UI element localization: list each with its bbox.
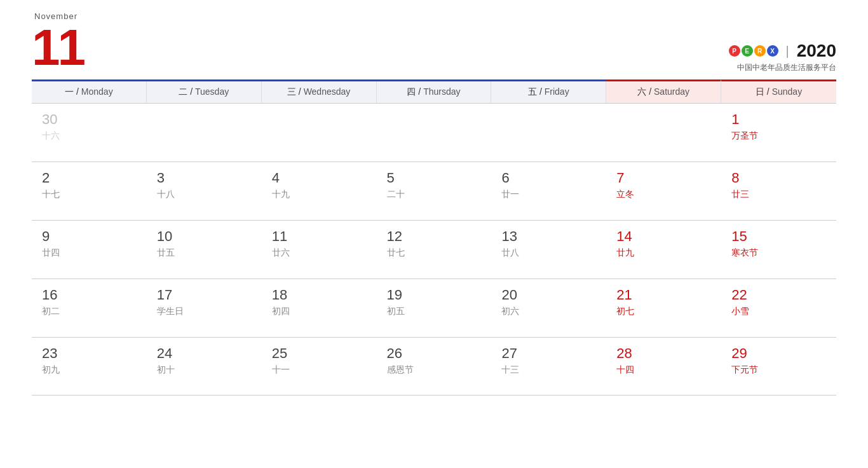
cell-day: 15 [731, 228, 747, 245]
weekday-cell-saturday: 六 / Saturday [606, 79, 721, 103]
cell-lunar: 初六 [501, 306, 519, 317]
cell-day: 30 [42, 111, 57, 128]
weekday-header: 一 / Monday二 / Tuesday三 / Wednesday四 / Th… [32, 79, 836, 103]
cell-lunar: 万圣节 [731, 130, 758, 142]
brand-subtitle: 中国中老年品质生活服务平台 [737, 62, 836, 73]
cell-lunar: 学生日 [157, 306, 184, 317]
cell-lunar: 初九 [42, 364, 60, 376]
calendar-cell: 27十三 [491, 338, 606, 395]
calendar-cell: 2十七 [32, 162, 147, 220]
cell-day: 17 [157, 287, 172, 303]
calendar-cell: 19初五 [377, 279, 492, 337]
logo-p: P [729, 45, 740, 57]
weekday-en: Thursday [423, 86, 460, 97]
cell-day: 9 [42, 228, 50, 245]
cell-lunar: 十七 [42, 189, 60, 200]
month-date-block: November 11 [32, 11, 83, 73]
cell-day: 26 [387, 345, 402, 362]
cell-day: 24 [157, 345, 172, 362]
weekday-zh: 三 [287, 86, 296, 97]
weekday-cell-sunday: 日 / Sunday [721, 79, 836, 103]
cell-lunar: 廿七 [387, 247, 405, 259]
weekday-zh: 六 [637, 86, 646, 97]
cell-lunar: 小雪 [731, 306, 749, 317]
calendar-cell: 29下元节 [721, 338, 836, 395]
cell-day: 5 [387, 170, 395, 186]
logo-x: X [767, 45, 778, 57]
calendar-cell: 23初九 [32, 338, 147, 395]
calendar-cell [377, 104, 492, 162]
calendar-cell [147, 104, 262, 162]
calendar-cell: 5二十 [377, 162, 492, 220]
weekday-zh: 五 [528, 86, 537, 97]
cell-day: 3 [157, 170, 165, 186]
cell-day: 1 [731, 111, 739, 128]
cell-lunar: 二十 [387, 189, 405, 200]
cell-lunar: 十三 [501, 364, 519, 376]
cell-day: 29 [731, 345, 747, 362]
cell-day: 2 [42, 170, 50, 186]
cell-lunar: 初二 [42, 306, 60, 317]
calendar-cell: 20初六 [491, 279, 606, 337]
cell-day: 22 [731, 287, 747, 303]
brand-divider: | [786, 44, 789, 59]
calendar-cell: 22小雪 [721, 279, 836, 337]
cell-lunar: 十九 [272, 189, 290, 200]
weekday-en: Friday [545, 86, 569, 97]
cell-lunar: 初十 [157, 364, 175, 376]
cell-day: 21 [616, 287, 632, 303]
cell-lunar: 廿六 [272, 247, 290, 259]
brand-top: P E R X | 2020 [729, 41, 837, 61]
weekday-cell-wednesday: 三 / Wednesday [262, 81, 377, 103]
calendar-cell: 16初二 [32, 279, 147, 337]
calendar-week-4: 23初九24初十25十一26感恩节27十三28十四29下元节 [32, 337, 836, 396]
weekday-zh: 四 [407, 86, 416, 97]
cell-day: 10 [157, 228, 172, 245]
cell-day: 19 [387, 287, 402, 303]
logo-e: E [742, 45, 753, 57]
weekday-cell-tuesday: 二 / Tuesday [147, 81, 262, 103]
cell-lunar: 廿五 [157, 247, 175, 259]
cell-day: 13 [501, 228, 517, 245]
cell-day: 14 [616, 228, 632, 245]
weekday-cell-thursday: 四 / Thursday [377, 81, 492, 103]
calendar-cell: 10廿五 [147, 221, 262, 279]
calendar-cell: 24初十 [147, 338, 262, 395]
calendar-week-1: 2十七3十八4十九5二十6廿一7立冬8廿三 [32, 162, 836, 220]
calendar-cell: 7立冬 [606, 162, 721, 220]
cell-lunar: 初七 [616, 306, 634, 317]
day-number: 11 [32, 22, 83, 73]
calendar-cell: 9廿四 [32, 221, 147, 279]
cell-day: 4 [272, 170, 280, 186]
cell-lunar: 廿九 [616, 247, 634, 259]
cell-lunar: 下元节 [731, 364, 758, 376]
cell-day: 6 [501, 170, 509, 186]
cell-lunar: 廿三 [731, 189, 749, 200]
cell-lunar: 初五 [387, 306, 405, 317]
weekday-zh: 日 [756, 86, 764, 97]
calendar-cell: 26感恩节 [377, 338, 492, 395]
calendar-cell [491, 104, 606, 162]
cell-lunar: 十四 [616, 364, 634, 376]
cell-day: 20 [501, 287, 517, 303]
calendar-cell: 8廿三 [721, 162, 836, 220]
cell-day: 8 [731, 170, 739, 186]
logo-r: R [754, 45, 766, 57]
cell-lunar: 十一 [272, 364, 290, 376]
cell-day: 7 [616, 170, 624, 186]
calendar-cell: 11廿六 [262, 221, 377, 279]
cell-lunar: 立冬 [616, 189, 634, 200]
cell-day: 27 [501, 345, 517, 362]
calendar-cell: 4十九 [262, 162, 377, 220]
brand-logo: P E R X [729, 45, 778, 57]
cell-day: 25 [272, 345, 287, 362]
cell-day: 11 [272, 228, 287, 245]
weekday-zh: 二 [179, 86, 187, 97]
cell-day: 18 [272, 287, 287, 303]
brand-year: 2020 [797, 41, 836, 61]
cell-lunar: 十六 [42, 130, 60, 142]
calendar-cell: 25十一 [262, 338, 377, 395]
cell-lunar: 寒衣节 [731, 247, 758, 259]
cell-day: 16 [42, 287, 57, 303]
calendar-cell: 30十六 [32, 104, 147, 162]
